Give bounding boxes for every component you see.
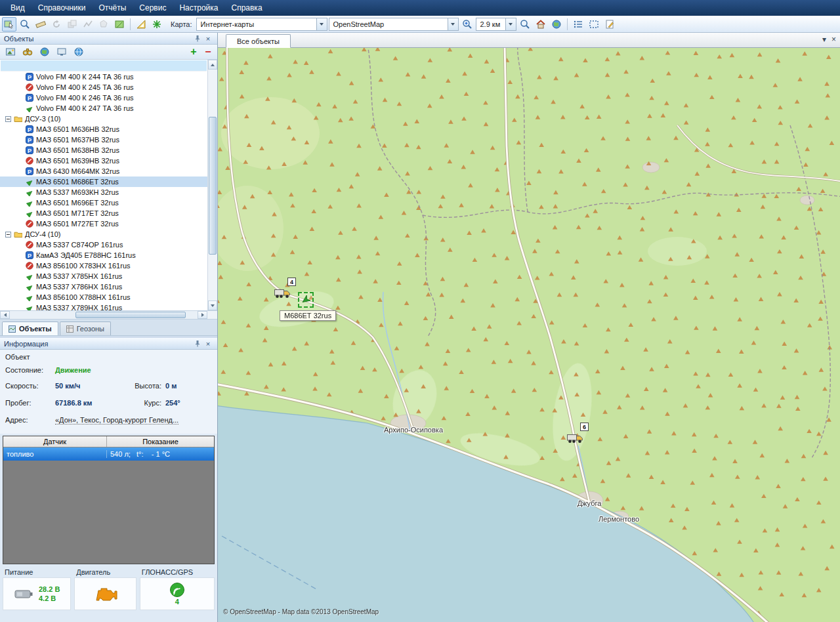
menu-item-view[interactable]: Вид (4, 1, 32, 15)
map-tab-label: Все объекты (237, 37, 280, 45)
measure-tool-button[interactable] (33, 17, 48, 31)
tree-item-vehicle[interactable]: PМАЗ 6501 М638НВ 32rus (0, 145, 207, 156)
status-row: Питание 28.2 В 4.2 В Двигатель (3, 568, 215, 610)
tree-item-vehicle[interactable]: МАЗ 5337 Х789НХ 161rus (0, 302, 207, 310)
selected-vehicle-marker[interactable] (298, 292, 314, 308)
refresh-tool-button[interactable] (49, 17, 64, 31)
copy-map-button[interactable] (65, 17, 79, 31)
tree-item-vehicle[interactable]: МАЗ 6501 М686ЕТ 32rus (0, 176, 207, 187)
map-type-dropdown-button[interactable] (316, 18, 327, 30)
pan-tool-button[interactable] (2, 17, 16, 31)
tree-edit-row[interactable] (1, 60, 207, 72)
left-sidebar: Объекты × (0, 33, 218, 622)
scroll-track[interactable] (10, 311, 198, 319)
world-view-button[interactable] (549, 17, 564, 31)
map-tab-all-objects[interactable]: Все объекты (226, 34, 291, 48)
photo-button[interactable] (3, 45, 18, 59)
tree-item-vehicle[interactable]: МАЗ 6501 М717ЕТ 32rus (0, 208, 207, 218)
reading-column-header[interactable]: Показание (107, 436, 214, 447)
set-square-button[interactable] (134, 17, 148, 31)
tree-vertical-scrollbar[interactable] (207, 60, 217, 310)
map-svg[interactable] (218, 48, 840, 622)
tree-item-vehicle[interactable]: МАЗ 5337 С874ОР 161rus (0, 239, 207, 250)
tree-item-vehicle[interactable]: МАЗ 6501 М639НВ 32rus (0, 156, 207, 166)
track-on-map-button[interactable] (72, 45, 86, 59)
scroll-track[interactable] (208, 70, 217, 301)
expander-icon[interactable] (5, 232, 11, 238)
menu-item-help[interactable]: Справка (224, 1, 268, 15)
find-object-button[interactable] (20, 45, 35, 59)
scroll-thumb[interactable] (209, 117, 217, 255)
tree-item-vehicle[interactable]: МАЗ 5337 Х785НХ 161rus (0, 271, 207, 281)
tree-item-vehicle[interactable]: PКамАЗ ЭД405 Е788НС 161rus (0, 250, 207, 260)
objects-panel-close-button[interactable]: × (203, 33, 213, 43)
scale-combobox[interactable]: 2.9 км (476, 18, 516, 31)
tree-item-vehicle[interactable]: МАЗ 6501 М696ЕТ 32rus (0, 197, 207, 208)
add-object-button[interactable]: + (188, 46, 200, 58)
tree-item-vehicle[interactable]: МАЗ 5337 М693КН 32rus (0, 187, 207, 197)
menu-item-directories[interactable]: Справочники (32, 1, 93, 15)
vehicle-marker[interactable]: 6 (567, 434, 583, 445)
map-type-combobox[interactable]: Интернет-карты (196, 18, 327, 31)
remove-object-button[interactable]: − (202, 46, 214, 58)
info-body: Объект Состояние: Движение Скорость: 50 … (0, 350, 217, 434)
scale-dropdown-button[interactable] (505, 18, 516, 30)
scroll-left-button[interactable] (0, 311, 10, 319)
scroll-right-button[interactable] (198, 311, 207, 319)
object-list-button[interactable] (571, 17, 585, 31)
toolbar-separator (130, 18, 131, 30)
map-tab-close-button[interactable]: × (831, 35, 836, 44)
tree-item-vehicle[interactable]: МАЗ 5337 Х786НХ 161rus (0, 281, 207, 292)
tab-objects[interactable]: Объекты (2, 321, 58, 335)
tree-horizontal-scrollbar[interactable] (0, 311, 217, 320)
sensor-column-header[interactable]: Датчик (3, 436, 107, 447)
scroll-down-button[interactable] (208, 301, 217, 310)
zoom-in-button[interactable] (518, 17, 532, 31)
info-panel-close-button[interactable]: × (203, 339, 213, 348)
marker-count-badge: 4 (287, 278, 296, 286)
track-marker-button[interactable] (150, 17, 164, 31)
tree-item-label: МАЗ 6501 М686ЕТ 32rus (36, 178, 119, 186)
tree-item-vehicle[interactable]: МАЗ 856100 Х783НХ 161rus (0, 260, 207, 271)
expander-icon[interactable] (5, 116, 11, 122)
vehicle-marker[interactable]: 4 (274, 289, 291, 300)
zoom-tool-button[interactable] (18, 17, 32, 31)
tree-item-vehicle[interactable]: PМАЗ 6501 М637НВ 32rus (0, 135, 207, 145)
scroll-up-button[interactable] (208, 60, 217, 70)
objects-tree[interactable]: PVolvo FM 400 К 244 ТА 36 rusVolvo FM 40… (0, 60, 207, 310)
scale-button[interactable] (460, 17, 474, 31)
address-value[interactable]: «Дон», Текос, Город-курорт Геленд... (55, 416, 178, 425)
select-region-button[interactable] (587, 17, 601, 31)
monitoring-button[interactable] (54, 45, 69, 59)
tree-item-vehicle[interactable]: МАЗ 856100 Х788НХ 161rus (0, 292, 207, 302)
tree-item-vehicle[interactable]: PМАЗ 6501 М636НВ 32rus (0, 124, 207, 135)
tab-list-dropdown-button[interactable]: ▾ (822, 35, 826, 44)
tree-item-vehicle[interactable]: PМАЗ 6430 М664МК 32rus (0, 166, 207, 176)
menu-item-service[interactable]: Сервис (133, 1, 173, 15)
scroll-thumb[interactable] (75, 312, 186, 318)
map-provider-combobox[interactable]: OpenStreetMap (329, 18, 459, 31)
info-panel-pin-button[interactable] (192, 339, 203, 348)
objects-panel-pin-button[interactable] (192, 33, 203, 43)
notes-button[interactable] (602, 17, 617, 31)
objects-panel-title: Объекты (4, 35, 192, 43)
tree-item-vehicle[interactable]: Volvo FM 400 К 247 ТА 36 rus (0, 103, 207, 114)
menu-item-reports[interactable]: Отчёты (92, 1, 133, 15)
tree-item-vehicle[interactable]: МАЗ 6501 М727ЕТ 32rus (0, 218, 207, 229)
fill-area-button[interactable] (112, 17, 127, 31)
map-provider-dropdown-button[interactable] (448, 18, 458, 30)
tree-item-vehicle[interactable]: Volvo FM 400 К 245 ТА 36 rus (0, 82, 207, 93)
tab-geozones[interactable]: Геозоны (60, 321, 111, 335)
tree-item-vehicle[interactable]: PVolvo FM 400 К 244 ТА 36 rus (0, 72, 207, 82)
show-on-map-button[interactable] (37, 45, 52, 59)
tree-item-group[interactable]: ДСУ-3 (10) (0, 114, 207, 124)
map-canvas[interactable]: Архипо-ОсиповкаДжубгаЛермонтово46М686ЕТ … (218, 48, 840, 622)
tree-item-vehicle[interactable]: PVolvo FM 400 К 246 ТА 36 rus (0, 93, 207, 103)
polygon-tool-button[interactable] (96, 17, 111, 31)
sensor-row-selected[interactable]: топливо 540 л; t°: - 1 °С (3, 447, 214, 461)
tree-item-group[interactable]: ДСУ-4 (10) (0, 229, 207, 239)
menu-item-settings[interactable]: Настройка (173, 1, 224, 15)
home-view-button[interactable] (534, 17, 548, 31)
polyline-tool-button[interactable] (81, 17, 95, 31)
main-toolbar: Карта: Интернет-карты OpenStreetMap 2.9 … (0, 16, 840, 33)
